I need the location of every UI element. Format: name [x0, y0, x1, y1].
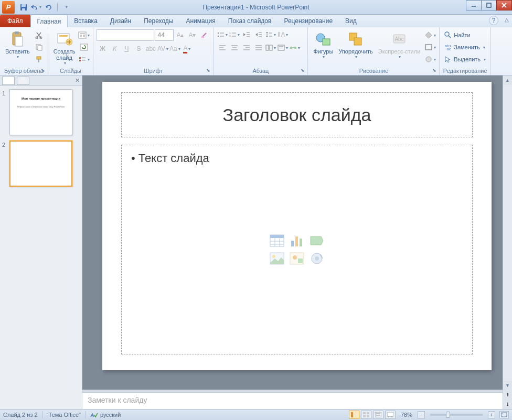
- zoom-thumb[interactable]: [446, 412, 450, 418]
- bold-icon[interactable]: Ж: [97, 44, 108, 54]
- select-button[interactable]: Выделить▾: [443, 53, 487, 65]
- undo-icon[interactable]: ▾: [30, 2, 42, 13]
- scroll-up-icon[interactable]: ▲: [503, 76, 512, 85]
- thumbnail-2[interactable]: [9, 141, 72, 187]
- line-spacing-icon[interactable]: ▾: [265, 29, 276, 40]
- close-button[interactable]: [496, 0, 512, 10]
- font-family-combo[interactable]: [97, 29, 154, 41]
- shape-fill-icon[interactable]: ▾: [424, 29, 436, 41]
- redo-icon[interactable]: [43, 2, 55, 13]
- reading-view-icon[interactable]: [373, 411, 383, 419]
- insert-smartart-icon[interactable]: [308, 233, 325, 248]
- slides-tab-icon[interactable]: [2, 77, 15, 85]
- cut-icon[interactable]: [33, 29, 45, 41]
- qat-customize-icon[interactable]: ▾: [60, 2, 72, 13]
- outline-tab-icon[interactable]: [17, 77, 29, 85]
- insert-media-icon[interactable]: [308, 251, 325, 266]
- thumbnail-1[interactable]: Моя первая презентация Первые шаги в без…: [9, 89, 72, 135]
- zoom-percent[interactable]: 78%: [401, 412, 412, 418]
- clear-format-icon[interactable]: [198, 30, 210, 40]
- zoom-in-icon[interactable]: +: [488, 411, 495, 418]
- underline-icon[interactable]: Ч: [121, 44, 132, 54]
- strike-icon[interactable]: S: [133, 44, 144, 54]
- paragraph-launcher-icon[interactable]: ⬊: [299, 67, 306, 74]
- tab-home[interactable]: Главная: [30, 15, 68, 27]
- numbering-icon[interactable]: 12▾: [229, 29, 240, 40]
- maximize-button[interactable]: [481, 0, 497, 10]
- prev-slide-icon[interactable]: ⤉: [503, 390, 512, 400]
- clipboard-launcher-icon[interactable]: ⬊: [39, 67, 47, 74]
- inc-indent-icon[interactable]: [253, 29, 264, 40]
- align-left-icon[interactable]: [217, 42, 228, 53]
- thumbnail-row[interactable]: 1 Моя первая презентация Первые шаги в б…: [2, 89, 80, 135]
- panel-close-icon[interactable]: ✕: [75, 77, 80, 84]
- find-button[interactable]: Найти: [443, 29, 472, 41]
- theme-name[interactable]: "Тема Office": [47, 412, 81, 418]
- tab-transitions[interactable]: Переходы: [137, 15, 179, 27]
- tab-animation[interactable]: Анимация: [179, 15, 221, 27]
- bullets-icon[interactable]: ▾: [217, 29, 228, 40]
- layout-icon[interactable]: ▾: [78, 29, 90, 41]
- shapes-button[interactable]: Фигуры▾: [311, 29, 335, 60]
- justify-icon[interactable]: [253, 42, 264, 53]
- minimize-button[interactable]: [466, 0, 482, 10]
- file-tab[interactable]: Файл: [0, 15, 30, 27]
- spellcheck-icon[interactable]: [90, 411, 98, 419]
- dec-indent-icon[interactable]: [241, 29, 252, 40]
- text-direction-icon[interactable]: ⅡA▾: [277, 29, 289, 40]
- shadow-icon[interactable]: abc: [145, 44, 156, 54]
- content-placeholder[interactable]: Текст слайда: [121, 145, 473, 354]
- columns-icon[interactable]: ▾: [265, 42, 276, 53]
- tab-design[interactable]: Дизайн: [104, 15, 137, 27]
- save-icon[interactable]: [18, 2, 29, 13]
- font-launcher-icon[interactable]: ⬊: [205, 67, 212, 74]
- normal-view-icon[interactable]: [349, 411, 359, 419]
- vertical-scrollbar[interactable]: ▲ ▼ ⤉ ⤈: [503, 76, 512, 409]
- help-icon[interactable]: ?: [489, 16, 498, 25]
- drawing-launcher-icon[interactable]: ⬊: [431, 67, 438, 74]
- case-icon[interactable]: Aa▾: [169, 44, 180, 54]
- scroll-down-icon[interactable]: ▼: [503, 381, 512, 390]
- fit-window-icon[interactable]: [499, 411, 509, 418]
- format-painter-icon[interactable]: [33, 53, 45, 65]
- insert-clipart-icon[interactable]: [289, 251, 305, 266]
- align-right-icon[interactable]: [241, 42, 252, 53]
- align-text-icon[interactable]: ▾: [277, 42, 289, 53]
- quick-styles-button[interactable]: Abc Экспресс-стили▾: [376, 29, 422, 60]
- align-center-icon[interactable]: [229, 42, 240, 53]
- shape-effects-icon[interactable]: ▾: [424, 53, 436, 65]
- tab-slideshow[interactable]: Показ слайдов: [222, 15, 278, 27]
- spacing-icon[interactable]: AV▾: [157, 44, 168, 54]
- thumbnail-row[interactable]: 2: [2, 141, 80, 187]
- font-size-combo[interactable]: 44: [155, 29, 174, 41]
- italic-icon[interactable]: К: [109, 44, 120, 54]
- copy-icon[interactable]: [33, 41, 45, 53]
- paste-button[interactable]: Вставить▾: [3, 29, 32, 60]
- notes-pane[interactable]: Заметки к слайду: [82, 392, 503, 409]
- title-placeholder[interactable]: Заголовок слайда: [121, 92, 473, 137]
- new-slide-button[interactable]: Создать слайд▾: [51, 29, 78, 67]
- insert-chart-icon[interactable]: [289, 233, 305, 248]
- insert-picture-icon[interactable]: [269, 251, 285, 266]
- slideshow-view-icon[interactable]: [385, 411, 396, 419]
- font-color-icon[interactable]: A▾: [181, 44, 193, 54]
- language[interactable]: русский: [100, 412, 121, 418]
- sorter-view-icon[interactable]: [361, 411, 371, 419]
- shape-outline-icon[interactable]: ▾: [424, 41, 436, 53]
- arrange-button[interactable]: Упорядочить▾: [336, 29, 375, 60]
- slide-counter[interactable]: Слайд 2 из 2: [3, 412, 38, 418]
- tab-view[interactable]: Вид: [339, 15, 363, 27]
- slide-canvas[interactable]: Заголовок слайда Текст слайда: [102, 82, 492, 370]
- collapse-ribbon-icon[interactable]: △: [505, 17, 509, 23]
- tab-insert[interactable]: Вставка: [68, 15, 104, 27]
- zoom-slider[interactable]: [430, 414, 483, 416]
- insert-table-icon[interactable]: [269, 233, 285, 248]
- zoom-out-icon[interactable]: −: [418, 411, 425, 418]
- grow-font-icon[interactable]: A▴: [174, 30, 186, 40]
- section-icon[interactable]: ▾: [78, 53, 90, 65]
- reset-slide-icon[interactable]: [78, 41, 90, 53]
- shrink-font-icon[interactable]: A▾: [186, 30, 198, 40]
- tab-review[interactable]: Рецензирование: [278, 15, 339, 27]
- smartart-icon[interactable]: ▾: [289, 42, 301, 53]
- replace-button[interactable]: abacЗаменить▾: [443, 41, 486, 53]
